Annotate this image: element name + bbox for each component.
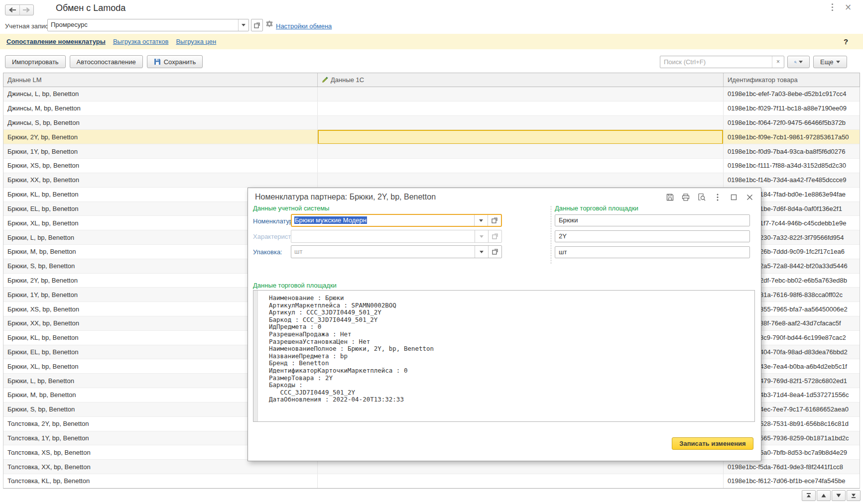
- scroll-down-button[interactable]: [832, 490, 846, 501]
- save-changes-button[interactable]: Записать изменения: [672, 437, 753, 450]
- onec-data-cell[interactable]: [318, 144, 724, 158]
- scroll-first-button[interactable]: [802, 490, 816, 501]
- table-row[interactable]: Джинсы, L, bp, Benetton0198e1bc-efef-7a0…: [3, 87, 860, 101]
- lm-data-cell[interactable]: Джинсы, M, bp, Benetton: [3, 101, 318, 115]
- packaging-combobox[interactable]: шт: [291, 245, 502, 258]
- forward-button[interactable]: [19, 5, 34, 15]
- nomenclature-open-button[interactable]: [488, 215, 501, 226]
- maximize-icon: [731, 194, 737, 201]
- marketplace-size-field[interactable]: 2Y: [555, 230, 750, 242]
- save-changes-label: Записать изменения: [679, 440, 745, 447]
- exchange-settings-link[interactable]: Настройки обмена: [276, 22, 332, 30]
- product-id-cell[interactable]: 0198e1bc-f09e-7cb1-9861-972853617a50: [724, 130, 860, 144]
- product-id-cell[interactable]: 0198e1bc-f5da-76d1-9de3-f8f2441f1cc8: [724, 460, 860, 474]
- dialog-print-button[interactable]: [681, 193, 690, 201]
- lm-data-cell[interactable]: Брюки, XS, bp, Benetton: [3, 159, 318, 173]
- chevron-down-icon: [480, 235, 484, 238]
- column-header-1c[interactable]: Данные 1С: [318, 73, 724, 87]
- dialog-close-button[interactable]: [745, 193, 754, 201]
- import-button[interactable]: Импортировать: [5, 55, 66, 68]
- save-button[interactable]: Сохранить: [147, 55, 203, 68]
- onec-data-cell[interactable]: [318, 101, 724, 115]
- nomenclature-value: Брюки мужские Модерн: [294, 216, 367, 224]
- table-row[interactable]: Толстовка, KL, bp, Benetton0198e1bc-f612…: [3, 474, 860, 489]
- characteristic-value[interactable]: [291, 230, 475, 242]
- lm-data-cell[interactable]: Толстовка, KL, bp, Benetton: [3, 474, 318, 488]
- nomenclature-combobox[interactable]: Брюки мужские Модерн: [291, 214, 502, 227]
- kebab-icon: [717, 194, 719, 201]
- characteristic-combobox[interactable]: [291, 230, 502, 243]
- onec-data-cell[interactable]: [318, 173, 724, 187]
- product-id-cell[interactable]: 0198e1bc-f064-72f0-9475-66466f5b372b: [724, 116, 860, 130]
- onec-data-cell[interactable]: [318, 116, 724, 130]
- dialog-maximize-button[interactable]: [729, 193, 738, 201]
- inline-edit-cell[interactable]: [318, 130, 723, 144]
- marketplace-unit-field[interactable]: шт: [555, 246, 750, 258]
- product-id-cell[interactable]: 0198e1bc-efef-7a03-8ebe-d52b1c917cc4: [724, 87, 860, 101]
- product-id-cell[interactable]: 0198e1bc-f14b-73d4-aa42-f7e485dccce9: [724, 173, 860, 187]
- arrow-down-icon: [836, 493, 842, 499]
- lm-data-cell[interactable]: Брюки, 1Y, bp, Benetton: [3, 144, 318, 158]
- product-id-cell[interactable]: 0198e1bc-f0d9-7ba4-93ca-ba8f5f6d0276: [724, 144, 860, 158]
- preview-icon: [698, 193, 706, 201]
- characteristic-dropdown-button[interactable]: [475, 230, 488, 242]
- marketplace-section-label: Данные торговой площадки: [555, 204, 638, 212]
- back-button[interactable]: [5, 5, 19, 15]
- table-row[interactable]: Брюки, XX, bp, Benetton0198e1bc-f14b-73d…: [3, 173, 860, 188]
- clear-search-button[interactable]: ×: [772, 56, 784, 68]
- account-value[interactable]: Промресурс: [48, 19, 238, 31]
- table-row[interactable]: Джинсы, M, bp, Benetton0198e1bc-f029-7f1…: [3, 101, 860, 116]
- scroll-last-button[interactable]: [847, 490, 861, 501]
- onec-data-cell[interactable]: [318, 130, 724, 144]
- product-id-cell[interactable]: 0198e1bc-f111-7f88-a34d-3152d85d2c30: [724, 159, 860, 173]
- nomenclature-value-wrap[interactable]: Брюки мужские Модерн: [292, 215, 474, 226]
- search-field[interactable]: Поиск (Ctrl+F) ×: [660, 56, 784, 68]
- dialog-save-button[interactable]: [665, 193, 674, 201]
- table-row[interactable]: Толстовка, XX, bp, Benetton0198e1bc-f5da…: [3, 460, 860, 474]
- column-header-lm[interactable]: Данные LM: [3, 73, 318, 87]
- chevron-down-icon: [836, 61, 840, 63]
- more-button[interactable]: Еще: [813, 56, 847, 68]
- section-tabstrip: Сопоставление номенклатуры Выгрузка оста…: [0, 34, 863, 49]
- table-row[interactable]: Брюки, 1Y, bp, Benetton0198e1bc-f0d9-7ba…: [3, 144, 860, 159]
- product-id-cell[interactable]: 0198e1bc-f612-7d06-bf1b-ece74fa545be: [724, 474, 860, 488]
- lm-data-cell[interactable]: Джинсы, L, bp, Benetton: [3, 87, 318, 101]
- search-button[interactable]: [787, 56, 810, 68]
- marketplace-details-box[interactable]: Наименование : Брюки АртикулМаркетплейса…: [253, 290, 755, 422]
- tab-nomenclature-mapping[interactable]: Сопоставление номенклатуры: [6, 38, 106, 45]
- onec-data-cell[interactable]: [318, 87, 724, 101]
- onec-data-cell[interactable]: [318, 159, 724, 173]
- help-button[interactable]: ?: [844, 37, 848, 46]
- table-row[interactable]: Брюки, 2Y, bp, Benetton0198e1bc-f09e-7cb…: [3, 130, 860, 144]
- window-close-button[interactable]: ×: [845, 2, 852, 12]
- packaging-placeholder[interactable]: шт: [291, 246, 475, 258]
- column-header-id[interactable]: Идентификатор товара: [724, 73, 860, 87]
- search-placeholder[interactable]: Поиск (Ctrl+F): [660, 58, 772, 66]
- tab-stock-upload[interactable]: Выгрузка остатков: [113, 38, 169, 45]
- scroll-up-button[interactable]: [817, 490, 831, 501]
- product-id-cell[interactable]: 0198e1bc-f029-7f11-bc18-a88e7190ee09: [724, 101, 860, 115]
- characteristic-open-button[interactable]: [488, 230, 501, 242]
- lm-data-cell[interactable]: Толстовка, XX, bp, Benetton: [3, 460, 318, 474]
- marketplace-name-field[interactable]: Брюки: [555, 214, 750, 226]
- account-open-button[interactable]: [251, 19, 263, 31]
- nomenclature-dropdown-button[interactable]: [474, 215, 488, 226]
- lm-data-cell[interactable]: Брюки, XX, bp, Benetton: [3, 173, 318, 187]
- table-row[interactable]: Брюки, XS, bp, Benetton0198e1bc-f111-7f8…: [3, 159, 860, 173]
- automap-button[interactable]: Автосопоставление: [70, 55, 143, 68]
- lm-data-cell[interactable]: Джинсы, S, bp, Benetton: [3, 116, 318, 130]
- window-kebab-button[interactable]: [831, 3, 834, 13]
- table-row[interactable]: Джинсы, S, bp, Benetton0198e1bc-f064-72f…: [3, 116, 860, 130]
- packaging-open-button[interactable]: [488, 246, 501, 258]
- lm-data-cell[interactable]: Брюки, 2Y, bp, Benetton: [3, 130, 318, 144]
- settings-gear: [265, 20, 273, 29]
- dialog-preview-button[interactable]: [697, 193, 706, 201]
- account-combobox[interactable]: Промресурс: [47, 19, 249, 31]
- packaging-label: Упаковка:: [253, 248, 282, 256]
- dialog-kebab-button[interactable]: [713, 193, 722, 201]
- account-dropdown-button[interactable]: [238, 19, 248, 31]
- onec-data-cell[interactable]: [318, 460, 724, 474]
- packaging-dropdown-button[interactable]: [475, 246, 488, 258]
- onec-data-cell[interactable]: [318, 474, 724, 488]
- tab-price-upload[interactable]: Выгрузка цен: [176, 38, 216, 45]
